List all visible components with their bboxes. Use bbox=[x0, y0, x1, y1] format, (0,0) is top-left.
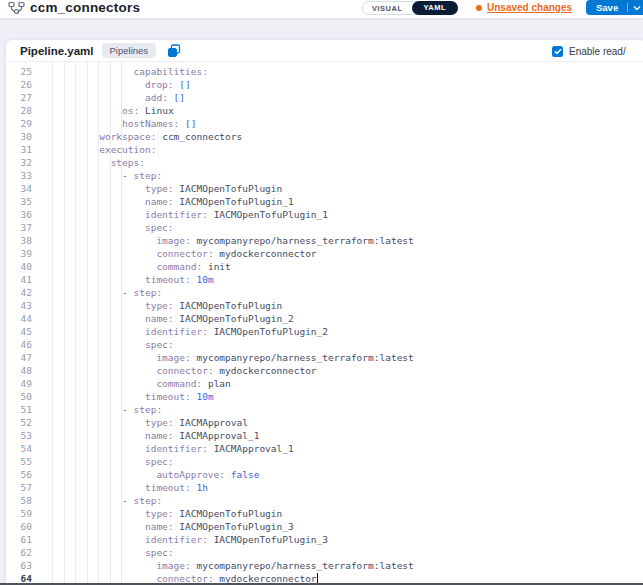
line-number: 30 bbox=[6, 130, 42, 143]
line-number: 41 bbox=[6, 273, 42, 286]
code-line[interactable]: 45 identifier: IACMOpenTofuPlugin_2 bbox=[6, 325, 643, 338]
code-line[interactable]: 63 image: mycompanyrepo/harness_terrafor… bbox=[6, 559, 643, 572]
line-number: 36 bbox=[6, 208, 42, 221]
code-line[interactable]: 27 add: [] bbox=[6, 91, 643, 104]
code-line[interactable]: 51 - step: bbox=[6, 403, 643, 416]
code-lines: 25 capabilities:26 drop: []27 add: []28 … bbox=[6, 65, 643, 584]
code-line[interactable]: 38 image: mycompanyrepo/harness_terrafor… bbox=[6, 234, 643, 247]
line-content: image: mycompanyrepo/harness_terraform:l… bbox=[42, 351, 414, 364]
code-line[interactable]: 40 command: init bbox=[6, 260, 643, 273]
code-line[interactable]: 31 execution: bbox=[6, 143, 643, 156]
line-number: 31 bbox=[6, 143, 42, 156]
line-content: spec: bbox=[42, 338, 174, 351]
line-number: 55 bbox=[6, 455, 42, 468]
save-button[interactable]: Save bbox=[586, 2, 627, 13]
code-line[interactable]: 34 type: IACMOpenTofuPlugin bbox=[6, 182, 643, 195]
line-number: 61 bbox=[6, 533, 42, 546]
save-split-button: Save bbox=[586, 0, 643, 15]
code-line[interactable]: 47 image: mycompanyrepo/harness_terrafor… bbox=[6, 351, 643, 364]
line-number: 50 bbox=[6, 390, 42, 403]
code-line[interactable]: 46 spec: bbox=[6, 338, 643, 351]
line-number: 43 bbox=[6, 299, 42, 312]
line-number: 42 bbox=[6, 286, 42, 299]
code-line[interactable]: 58 - step: bbox=[6, 494, 643, 507]
line-content: type: IACMOpenTofuPlugin bbox=[42, 299, 282, 312]
copy-yaml-button[interactable] bbox=[167, 44, 181, 58]
code-line[interactable]: 41 timeout: 10m bbox=[6, 273, 643, 286]
line-number: 59 bbox=[6, 507, 42, 520]
yaml-code-editor[interactable]: 25 capabilities:26 drop: []27 add: []28 … bbox=[6, 62, 643, 584]
code-line[interactable]: 54 identifier: IACMApproval_1 bbox=[6, 442, 643, 455]
code-line[interactable]: 43 type: IACMOpenTofuPlugin bbox=[6, 299, 643, 312]
line-number: 45 bbox=[6, 325, 42, 338]
line-content: name: IACMApproval_1 bbox=[42, 429, 259, 442]
code-line[interactable]: 26 drop: [] bbox=[6, 78, 643, 91]
code-line[interactable]: 33 - step: bbox=[6, 169, 643, 182]
page-title: ccm_connectors bbox=[30, 0, 140, 15]
line-number: 48 bbox=[6, 364, 42, 377]
code-line[interactable]: 42 - step: bbox=[6, 286, 643, 299]
line-number: 44 bbox=[6, 312, 42, 325]
code-line[interactable]: 37 spec: bbox=[6, 221, 643, 234]
code-line[interactable]: 56 autoApprove: false bbox=[6, 468, 643, 481]
line-number: 35 bbox=[6, 195, 42, 208]
file-name: Pipeline.yaml bbox=[20, 45, 94, 57]
toggle-yaml[interactable]: YAML bbox=[412, 1, 459, 15]
line-number: 29 bbox=[6, 117, 42, 130]
code-line[interactable]: 53 name: IACMApproval_1 bbox=[6, 429, 643, 442]
view-toggle: VISUAL YAML bbox=[362, 1, 458, 15]
line-content: identifier: IACMApproval_1 bbox=[42, 442, 294, 455]
code-line[interactable]: 35 name: IACMOpenTofuPlugin_1 bbox=[6, 195, 643, 208]
code-line[interactable]: 62 spec: bbox=[6, 546, 643, 559]
line-number: 63 bbox=[6, 559, 42, 572]
code-line[interactable]: 57 timeout: 1h bbox=[6, 481, 643, 494]
code-line[interactable]: 25 capabilities: bbox=[6, 65, 643, 78]
line-content: name: IACMOpenTofuPlugin_3 bbox=[42, 520, 294, 533]
line-content: command: plan bbox=[42, 377, 231, 390]
code-line[interactable]: 32 steps: bbox=[6, 156, 643, 169]
toggle-visual[interactable]: VISUAL bbox=[363, 4, 412, 13]
line-content: timeout: 10m bbox=[42, 273, 214, 286]
line-number: 52 bbox=[6, 416, 42, 429]
code-line[interactable]: 50 timeout: 10m bbox=[6, 390, 643, 403]
code-line[interactable]: 48 connector: mydockerconnector bbox=[6, 364, 643, 377]
save-dropdown-button[interactable] bbox=[628, 5, 643, 11]
line-number: 33 bbox=[6, 169, 42, 182]
line-number: 37 bbox=[6, 221, 42, 234]
code-line[interactable]: 52 type: IACMApproval bbox=[6, 416, 643, 429]
line-content: image: mycompanyrepo/harness_terraform:l… bbox=[42, 559, 414, 572]
line-content: command: init bbox=[42, 260, 231, 273]
pipeline-icon bbox=[8, 1, 25, 19]
chevron-down-icon bbox=[633, 5, 641, 11]
line-content: - step: bbox=[42, 286, 162, 299]
line-content: spec: bbox=[42, 546, 174, 559]
line-content: timeout: 10m bbox=[42, 390, 214, 403]
code-line[interactable]: 49 command: plan bbox=[6, 377, 643, 390]
line-number: 49 bbox=[6, 377, 42, 390]
code-line[interactable]: 55 spec: bbox=[6, 455, 643, 468]
line-number: 34 bbox=[6, 182, 42, 195]
code-line[interactable]: 44 name: IACMOpenTofuPlugin_2 bbox=[6, 312, 643, 325]
code-line[interactable]: 61 identifier: IACMOpenTofuPlugin_3 bbox=[6, 533, 643, 546]
code-line[interactable]: 28 os: Linux bbox=[6, 104, 643, 117]
check-icon bbox=[554, 48, 562, 55]
copy-icon bbox=[167, 44, 181, 58]
code-line[interactable]: 36 identifier: IACMOpenTofuPlugin_1 bbox=[6, 208, 643, 221]
code-line[interactable]: 30 workspace: ccm_connectors bbox=[6, 130, 643, 143]
line-content: - step: bbox=[42, 494, 162, 507]
line-number: 57 bbox=[6, 481, 42, 494]
line-content: type: IACMApproval bbox=[42, 416, 248, 429]
code-line[interactable]: 59 type: IACMOpenTofuPlugin bbox=[6, 507, 643, 520]
line-number: 58 bbox=[6, 494, 42, 507]
code-line[interactable]: 60 name: IACMOpenTofuPlugin_3 bbox=[6, 520, 643, 533]
line-content: name: IACMOpenTofuPlugin_1 bbox=[42, 195, 294, 208]
enable-read-checkbox[interactable] bbox=[552, 46, 563, 57]
code-line[interactable]: 29 hostNames: [] bbox=[6, 117, 643, 130]
line-number: 28 bbox=[6, 104, 42, 117]
top-bar: ccm_connectors VISUAL YAML Unsaved chang… bbox=[0, 0, 643, 19]
entity-type-badge: Pipelines bbox=[102, 43, 157, 58]
code-line[interactable]: 39 connector: mydockerconnector bbox=[6, 247, 643, 260]
unsaved-changes-link[interactable]: Unsaved changes bbox=[476, 2, 572, 13]
line-content: capabilities: bbox=[42, 65, 208, 78]
line-number: 25 bbox=[6, 65, 42, 78]
